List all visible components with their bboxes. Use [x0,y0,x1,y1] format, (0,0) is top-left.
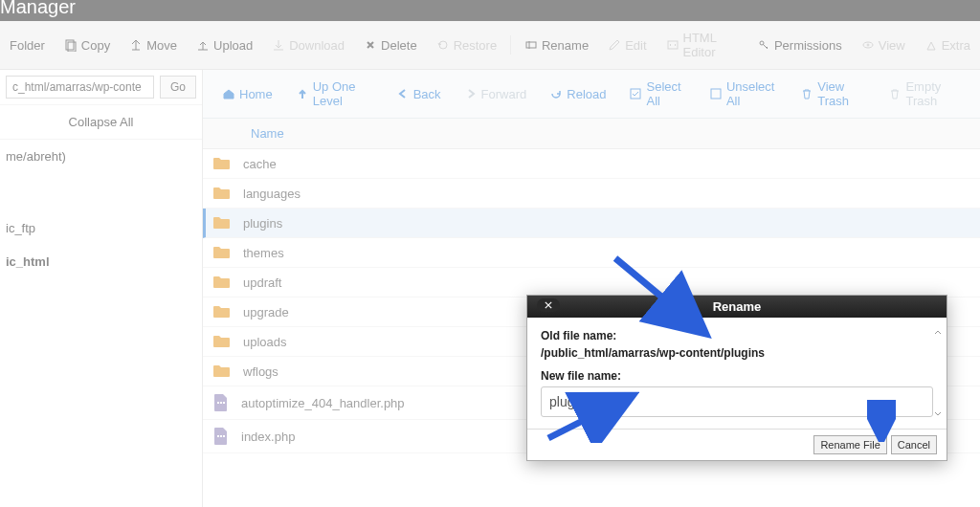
row-name: autoptimize_404_handler.php [241,396,405,410]
go-button[interactable]: Go [160,76,196,99]
label: Unselect All [726,79,777,108]
forward-icon [464,87,478,100]
folder-icon [212,215,232,231]
label: Extra [942,38,970,53]
toolbar-view: View [852,36,915,55]
toolbar-permissions[interactable]: Permissions [747,36,852,55]
toolbar-restore: Restore [427,36,507,55]
label: Empty Trash [905,79,961,108]
nav-home[interactable]: Home [212,85,282,103]
row-name: themes [243,246,284,260]
home-icon [222,87,235,100]
table-row[interactable]: themes [203,238,980,268]
extract-icon [924,38,938,52]
dialog-title: Rename [713,299,762,314]
tree-item[interactable]: ic_ftp [0,211,202,245]
toolbar-delete[interactable]: Delete [354,36,427,55]
annotation-arrow [611,254,716,340]
label: View Trash [817,79,865,108]
toolbar-rename[interactable]: Rename [515,36,598,55]
toolbar-folder[interactable]: Folder [0,36,55,55]
download-icon [272,38,285,52]
permissions-icon [757,38,770,52]
toolbar-copy[interactable]: Copy [55,36,120,55]
label: Download [289,38,345,53]
table-header[interactable]: Name [203,119,980,149]
row-name: wflogs [243,364,278,379]
toolbar-html-editor: HTML Editor [657,29,747,61]
folder-icon [212,275,232,290]
label: Edit [625,38,646,53]
window-title: Manager [0,0,980,21]
html-editor-icon [666,38,679,52]
label: Rename [542,38,589,53]
row-name: languages [243,187,301,201]
folder-icon [212,364,232,379]
row-name: uploads [243,335,287,349]
label: Copy [81,38,110,53]
upload-icon [196,38,210,52]
toolbar-edit: Edit [598,36,656,55]
tree-item[interactable]: ic_html [0,245,202,278]
scrollbar-stub [933,327,943,419]
trash-icon [800,87,813,100]
label: View [879,38,905,53]
new-filename-label: New file name: [541,369,933,383]
delete-icon [364,38,377,52]
row-name: index.php [241,430,295,444]
table-row[interactable]: languages [203,179,980,209]
label: Move [146,38,177,53]
label: Folder [10,38,45,53]
nav-reload[interactable]: Reload [540,85,615,103]
unselect-all-icon [709,87,723,100]
nav-select-all[interactable]: Select All [619,77,695,110]
restore-icon [436,38,450,52]
label: Back [413,87,441,101]
table-row[interactable]: cache [203,149,980,179]
label: Home [239,87,273,101]
folder-icon [212,156,232,171]
row-name: plugins [243,216,282,231]
label: Up One Level [313,79,373,108]
tree-item[interactable]: me/abreht) [0,140,202,173]
toolbar-extract: Extra [915,36,980,55]
toolbar-move[interactable]: Move [120,36,187,55]
edit-icon [608,38,621,52]
view-icon [861,38,875,52]
close-button[interactable] [537,298,560,312]
select-all-icon [629,87,642,100]
main-toolbar: Folder Copy Move Upload Download Delete … [0,21,980,70]
cancel-button[interactable]: Cancel [891,435,937,454]
nav-empty-trash[interactable]: Empty Trash [879,77,970,110]
collapse-all-button[interactable]: Collapse All [0,105,202,140]
folder-icon [212,334,232,349]
row-name: upgrade [243,305,289,320]
label: HTML Editor [683,31,738,59]
nav-forward: Forward [455,85,537,103]
nav-back[interactable]: Back [387,85,451,103]
nav-view-trash[interactable]: View Trash [791,77,875,110]
back-icon [396,87,410,100]
toolbar-upload[interactable]: Upload [187,36,262,55]
path-input[interactable] [6,76,154,99]
label: Select All [646,79,685,108]
up-icon [296,87,309,100]
label: Upload [213,38,253,53]
old-filename-label: Old file name: [541,329,933,342]
table-row[interactable]: plugins [203,209,980,238]
rename-icon [524,38,538,52]
dialog-titlebar[interactable]: Rename [527,296,947,318]
nav-unselect-all[interactable]: Unselect All [700,77,787,110]
folder-icon [212,304,232,320]
reload-icon [549,87,563,100]
annotation-arrow [544,390,639,443]
row-name: updraft [243,276,281,290]
label: Restore [454,38,498,53]
move-icon [129,38,143,52]
sub-toolbar: Home Up One Level Back Forward Reload Se… [203,70,980,119]
table-row[interactable]: updraft [203,268,980,298]
php-file-icon [212,427,230,446]
label: Delete [381,38,417,53]
row-name: cache [243,157,277,171]
nav-up[interactable]: Up One Level [286,77,383,110]
